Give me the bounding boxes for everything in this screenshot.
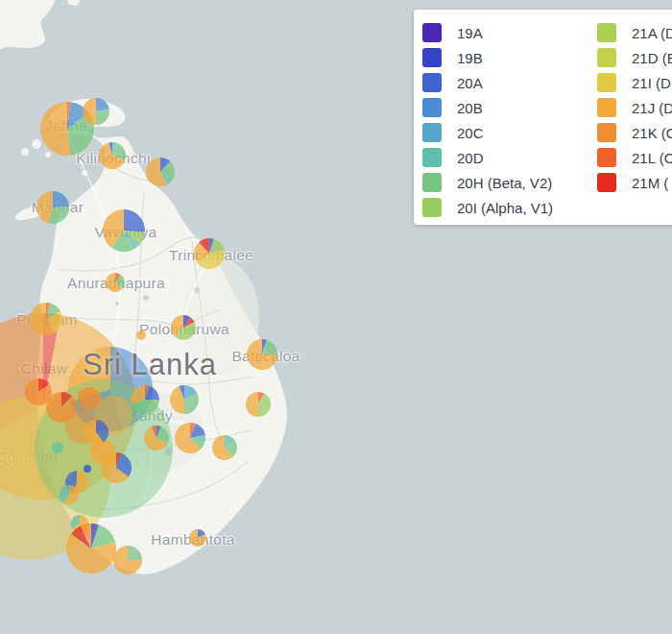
legend-swatch-20A[interactable] [422,73,442,92]
pie-chart-mullaitivu[interactable] [146,158,175,186]
pie-chart-south-e[interactable] [113,546,142,574]
pie-chart-kandy-e[interactable] [170,385,199,414]
pie-chart-hills-c[interactable] [212,435,237,460]
legend-item-19A[interactable]: 19A [422,23,483,42]
legend-swatch-20C[interactable] [422,123,442,142]
pie-chart-cluster-g[interactable] [84,420,108,445]
legend-label: 20D [457,150,484,166]
pie-chart-kandy[interactable] [131,385,159,414]
pie-chart-cluster-k[interactable] [84,465,91,473]
pie-slice-21J[interactable] [40,102,71,156]
pie-slice-20A[interactable] [84,465,91,473]
legend-swatch-20B[interactable] [422,98,442,117]
legend-label: 21M ( [632,175,668,191]
legend-swatch-19A[interactable] [422,23,442,42]
legend-swatch-20H[interactable] [422,173,442,192]
pie-slice-20A[interactable] [124,209,145,232]
legend-label: 21K (O [632,125,672,141]
legend-item-19B[interactable]: 19B [422,48,483,67]
legend-item-20A[interactable]: 20A [422,73,483,92]
legend-swatch-20D[interactable] [422,148,442,167]
legend-item-20D[interactable]: 20D [422,148,484,167]
pie-chart-polonnaruwa[interactable] [171,315,196,340]
pie-slice-20H[interactable] [96,109,109,125]
legend-item-21M[interactable]: 21M ( [597,173,668,192]
clade-legend: 19A19B20A20B20C20D20H (Beta, V2)20I (Alp… [414,10,672,225]
legend-swatch-21I[interactable] [597,73,616,92]
legend-item-21K[interactable]: 21K (O [597,123,672,142]
legend-item-21I[interactable]: 21I (D [597,73,671,92]
pie-slice-20D[interactable] [52,442,63,453]
legend-label: 20I (Alpha, V1) [457,200,553,216]
map-canvas[interactable]: JaffnaKilinochchiMannarVavuniyaTrincomal… [0,0,672,634]
legend-item-21J[interactable]: 21J (D [597,98,672,117]
pie-chart-batticaloa[interactable] [247,339,277,370]
pie-chart-vavuniya[interactable] [103,209,145,252]
pie-slice-21J[interactable] [136,330,146,340]
legend-label: 20C [457,125,484,141]
pie-slice-20B[interactable] [53,191,69,207]
pie-chart-south-big[interactable] [66,524,116,573]
pie-chart-mannar[interactable] [36,191,69,224]
legend-label: 21I (D [632,75,671,91]
pie-chart-trincomalee[interactable] [194,238,225,269]
legend-item-21A[interactable]: 21A (D [597,23,672,42]
legend-label: 21D (E [632,50,672,66]
legend-item-20B[interactable]: 20B [422,98,483,117]
legend-item-21L[interactable]: 21L (O [597,148,672,167]
pie-chart-cluster-l[interactable] [52,442,63,453]
pie-chart-kilinochchi[interactable] [99,142,126,169]
legend-label: 20A [457,75,483,91]
pie-chart-polonnaruwa-sw[interactable] [136,330,146,340]
legend-label: 21J (D [632,100,672,116]
pie-chart-jaffna-ne[interactable] [83,98,109,125]
legend-label: 21A (D [632,25,672,41]
legend-swatch-21L[interactable] [597,148,616,167]
pie-chart-hills-b[interactable] [175,423,205,453]
legend-swatch-21M[interactable] [597,173,616,192]
legend-item-20C[interactable]: 20C [422,123,484,142]
legend-item-21D[interactable]: 21D (E [597,48,672,67]
legend-item-20I[interactable]: 20I (Alpha, V1) [422,198,553,217]
pie-slice-20H[interactable] [128,546,142,560]
legend-swatch-21J[interactable] [597,98,616,117]
legend-label: 20B [457,100,483,116]
legend-swatch-21A[interactable] [597,23,616,42]
pie-chart-puttalam[interactable] [30,303,62,335]
legend-label: 21L (O [632,150,672,166]
pie-chart-cluster-j[interactable] [60,485,79,504]
legend-swatch-19B[interactable] [422,48,442,67]
pie-chart-hills-a[interactable] [144,426,169,451]
legend-label: 20H (Beta, V2) [457,175,552,191]
legend-swatch-21K[interactable] [597,123,616,142]
country-label: Sri Lanka [83,348,217,382]
pie-chart-east-hills[interactable] [246,392,271,417]
legend-item-20H[interactable]: 20H (Beta, V2) [422,173,552,192]
legend-swatch-20I[interactable] [422,198,442,217]
pie-chart-anuradhapura[interactable] [106,273,125,292]
legend-swatch-21D[interactable] [597,48,616,67]
legend-label: 19A [457,25,483,41]
legend-label: 19B [457,50,483,66]
pie-chart-hambantota[interactable] [189,529,206,547]
pie-chart-cluster-h[interactable] [101,452,132,483]
pie-slice-21J[interactable] [246,392,258,417]
pie-chart-cluster-b[interactable] [25,378,52,405]
